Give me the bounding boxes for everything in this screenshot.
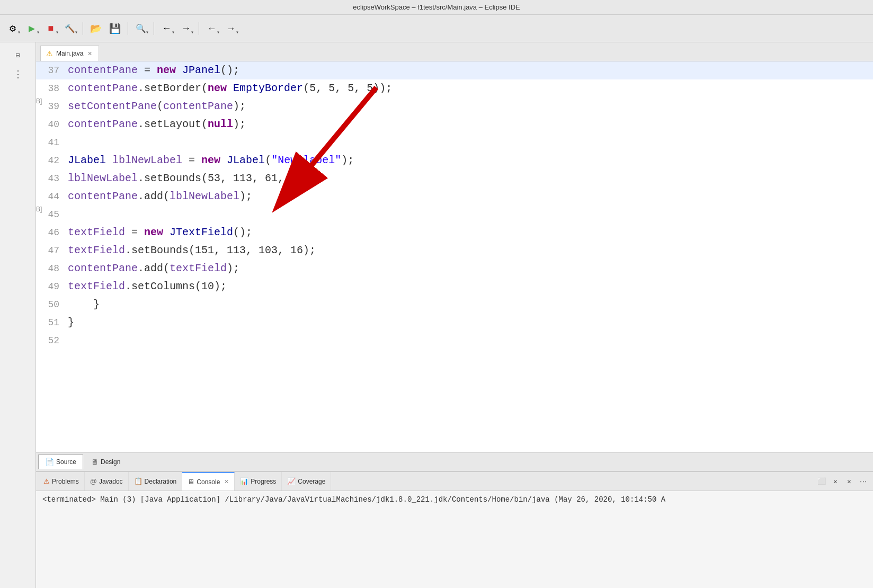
code-line-52: 52 — [36, 332, 873, 350]
design-tab-label: Design — [101, 458, 120, 466]
code-text-38: contentPane.setBorder(new EmptyBorder(5,… — [68, 79, 873, 97]
code-text-43: lblNewLabel.setBounds(53, 113, 61, 16); — [68, 170, 873, 188]
design-tab-icon: 🖥 — [91, 458, 99, 466]
console-content: <terminated> Main (3) [Java Application]… — [36, 491, 873, 588]
code-text-41 — [68, 133, 873, 152]
more-options-btn[interactable]: ⋮ — [10, 66, 26, 83]
line-num-39: 39 — [36, 97, 68, 115]
collapse-icon: ⊟ — [15, 51, 20, 60]
panel-close-area: ⬜ ✕ ✕ ⋮ — [816, 476, 873, 487]
console-tab-icon: 🖥 — [188, 478, 194, 486]
editor-area: ⚠ Main.java ✕ 37 contentPane = new JPane… — [36, 42, 873, 588]
line-num-46: 46 — [36, 224, 68, 242]
separator-2 — [128, 22, 128, 35]
declaration-tab[interactable]: 📋 Declaration — [129, 472, 183, 491]
clear-icon: ✕ — [847, 477, 851, 486]
panel-menu-icon: ⋮ — [859, 478, 867, 485]
forward-nav-btn[interactable]: ↓ ▾ — [177, 20, 194, 37]
tab-close-btn[interactable]: ✕ — [86, 50, 93, 58]
console-tab-label: Console — [197, 478, 220, 486]
save-icon: 💾 — [109, 23, 121, 34]
console-tab-close[interactable]: ✕ — [224, 478, 229, 485]
dropdown-arrow-run: ▾ — [37, 29, 40, 35]
save-btn[interactable]: 💾 — [106, 20, 123, 37]
search-icon: 🔍 — [136, 23, 146, 34]
code-line-46: 46 textField = new JTextField(); — [36, 224, 873, 242]
title-bar: eclipseWorkSpace – f1test/src/Main.java … — [0, 0, 873, 15]
code-line-45: 45 — [36, 206, 873, 224]
run-icon: ▶ — [29, 22, 35, 35]
panel-menu-btn[interactable]: ⋮ — [857, 476, 869, 487]
open-file-btn[interactable]: 📂 — [87, 20, 104, 37]
back-btn[interactable]: ← ▾ — [203, 20, 220, 37]
progress-tab-label: Progress — [251, 478, 276, 485]
line-num-49: 49 — [36, 278, 68, 296]
code-line-42: 42 JLabel lblNewLabel = new JLabel("New … — [36, 152, 873, 170]
code-line-44: 44 contentPane.add(lblNewLabel); — [36, 188, 873, 206]
panel-minimize-btn[interactable]: ⬜ — [816, 476, 827, 487]
line-num-47: 47 — [36, 242, 68, 260]
code-text-42: JLabel lblNewLabel = new JLabel("New lab… — [68, 152, 873, 170]
code-text-49: textField.setColumns(10); — [68, 278, 873, 296]
toolbar: ⚙ ▾ ▶ ▾ ■ ▾ 🔨 ▾ 📂 💾 🔍 ▾ ↓ ▾ ↓ ▾ ← ▾ — [0, 15, 873, 42]
progress-tab[interactable]: 📊 Progress — [235, 472, 282, 491]
code-line-49: 49 textField.setColumns(10); — [36, 278, 873, 296]
line-num-44: 44 — [36, 188, 68, 206]
line-num-43: 43 — [36, 170, 68, 188]
separator-1 — [83, 22, 83, 35]
dropdown-arrow-build: ▾ — [75, 29, 78, 35]
panel-tabs: ⚠ Problems @ Javadoc 📋 Declaration 🖥 Con… — [36, 472, 873, 491]
code-line-50: 50 } — [36, 296, 873, 314]
title-text: eclipseWorkSpace – f1test/src/Main.java … — [353, 3, 520, 11]
back-nav-btn[interactable]: ↓ ▾ — [158, 20, 175, 37]
dropdown-arrow: ▾ — [17, 29, 21, 35]
left-sidebar: ⊟ ⋮ — [0, 42, 36, 588]
line-num-45: 45 — [36, 206, 68, 224]
build-btn[interactable]: 🔨 ▾ — [61, 20, 78, 37]
problems-tab-label: Problems — [52, 478, 79, 485]
build-icon: 🔨 — [65, 23, 75, 34]
source-tab[interactable]: 📄 Source — [38, 455, 83, 469]
search-btn[interactable]: 🔍 ▾ — [132, 20, 149, 37]
tab-label: Main.java — [56, 50, 83, 57]
run-btn[interactable]: ▶ ▾ — [23, 20, 40, 37]
minimize-icon: ⬜ — [817, 477, 826, 486]
declaration-tab-label: Declaration — [145, 478, 177, 485]
coverage-tab[interactable]: 📈 Coverage — [282, 472, 331, 491]
line-num-37: 37 — [36, 61, 68, 79]
dropdown-arrow-prev: ▾ — [217, 29, 220, 35]
line-num-51: 51 — [36, 314, 68, 332]
tab-bar: ⚠ Main.java ✕ — [36, 42, 873, 61]
javadoc-tab-label: Javadoc — [99, 478, 123, 485]
separator-3 — [154, 22, 154, 35]
separator-4 — [199, 22, 199, 35]
code-text-37: contentPane = new JPanel(); — [68, 61, 873, 79]
code-editor[interactable]: 37 contentPane = new JPanel(); 38 conten… — [36, 61, 873, 452]
line-num-50: 50 — [36, 296, 68, 314]
code-line-41: 41 — [36, 133, 873, 152]
dropdown-arrow-stop: ▾ — [56, 29, 59, 35]
next-btn[interactable]: → ▾ — [222, 20, 239, 37]
collapse-sidebar-btn[interactable]: ⊟ — [10, 47, 26, 64]
settings-icon: ⚙ — [10, 22, 16, 35]
code-line-43: 43 lblNewLabel.setBounds(53, 113, 61, 16… — [36, 170, 873, 188]
line-num-40: 40 — [36, 115, 68, 133]
progress-tab-icon: 📊 — [240, 477, 248, 485]
dropdown-arrow-next: ▾ — [236, 29, 239, 35]
code-line-47: 47 textField.setBounds(151, 113, 103, 16… — [36, 242, 873, 260]
console-tab[interactable]: 🖥 Console ✕ — [182, 472, 235, 491]
panel-close-all-btn[interactable]: ✕ — [830, 476, 841, 487]
panel-clear-btn[interactable]: ✕ — [843, 476, 855, 487]
settings-btn[interactable]: ⚙ ▾ — [4, 20, 21, 37]
code-text-40: contentPane.setLayout(null); — [68, 115, 873, 133]
line-num-48: 48 — [36, 260, 68, 278]
source-tab-label: Source — [56, 458, 76, 466]
main-java-tab[interactable]: ⚠ Main.java ✕ — [40, 46, 99, 61]
javadoc-tab[interactable]: @ Javadoc — [85, 472, 129, 491]
stop-btn[interactable]: ■ ▾ — [42, 20, 59, 37]
tab-warning-icon: ⚠ — [46, 49, 53, 58]
problems-tab[interactable]: ⚠ Problems — [38, 472, 85, 491]
design-tab[interactable]: 🖥 Design — [84, 455, 127, 469]
code-line-51: 51 } — [36, 314, 873, 332]
open-file-icon: 📂 — [90, 23, 102, 34]
